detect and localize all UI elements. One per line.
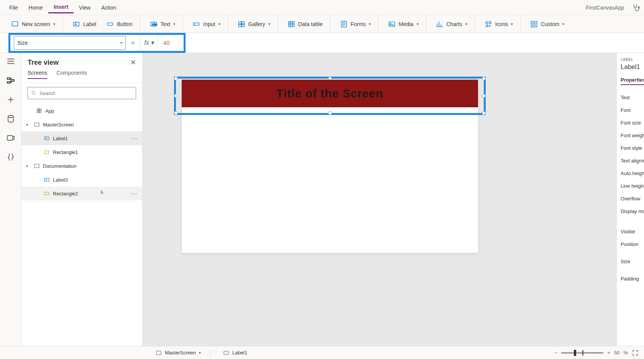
tab-components[interactable]: Components	[56, 70, 87, 79]
new-screen-button[interactable]: New screen ▾	[9, 19, 58, 30]
canvas-label-element[interactable]: Title of the Screen	[182, 80, 478, 107]
svg-rect-24	[37, 109, 39, 111]
property-dropdown[interactable]: Size ▾	[14, 36, 126, 50]
tree-node-label: Rectangle2	[53, 191, 78, 197]
insert-charts-button[interactable]: Charts ▾	[434, 19, 470, 30]
caret-down-icon[interactable]: ▾	[26, 123, 31, 127]
rail-tree-view-icon[interactable]	[6, 76, 15, 85]
rail-media-icon[interactable]	[6, 133, 15, 143]
fit-to-window-icon[interactable]	[632, 349, 639, 356]
property-element-name: Label1	[621, 63, 640, 71]
insert-gallery-button[interactable]: Gallery ▾	[235, 19, 273, 30]
menu-file[interactable]: File	[4, 2, 23, 13]
breadcrumb-screen[interactable]: MasterScreen ▾	[152, 350, 205, 356]
breadcrumb-element[interactable]: Label1	[219, 350, 251, 356]
tree-view-title: Tree view	[28, 59, 59, 67]
rectangle-icon	[44, 190, 50, 197]
svg-rect-32	[44, 178, 49, 181]
tree-node-label1[interactable]: Label1 ⋯	[21, 131, 142, 145]
resize-handle[interactable]	[482, 77, 486, 80]
insert-label-text: Label	[83, 21, 96, 27]
insert-custom-label: Custom	[541, 21, 559, 27]
breadcrumb-separator-icon: 〉	[209, 348, 215, 357]
insert-media-button[interactable]: Media ▾	[386, 19, 421, 30]
cursor-pointer-icon	[99, 190, 105, 196]
menu-insert[interactable]: Insert	[48, 2, 74, 13]
rail-tools-icon[interactable]	[6, 152, 15, 162]
tree-search-box[interactable]	[28, 87, 136, 99]
prop-padding[interactable]: Padding	[621, 272, 640, 285]
prop-auto-height[interactable]: Auto height	[621, 167, 640, 180]
caret-down-icon[interactable]: ▾	[26, 164, 31, 168]
prop-visible[interactable]: Visible	[621, 225, 640, 238]
insert-button-button[interactable]: Button	[104, 19, 135, 30]
insert-media-label: Media	[399, 21, 413, 27]
menu-action[interactable]: Action	[96, 2, 122, 13]
prop-line-height[interactable]: Line height	[621, 180, 640, 192]
rail-insert-icon[interactable]	[6, 95, 15, 104]
insert-icons-button[interactable]: Icons ▾	[482, 19, 515, 30]
insert-custom-button[interactable]: Custom ▾	[528, 19, 567, 30]
screen-artboard[interactable]: Title of the Screen	[182, 80, 478, 253]
label-icon	[72, 20, 80, 28]
prop-position[interactable]: Position	[621, 238, 640, 251]
tab-screens[interactable]: Screens	[28, 70, 47, 79]
svg-rect-35	[224, 351, 228, 354]
properties-tab[interactable]: Properties	[621, 77, 644, 85]
more-icon[interactable]: ⋯	[131, 135, 138, 142]
tree-node-masterscreen[interactable]: ▾ MasterScreen	[21, 118, 142, 131]
diagnostics-icon[interactable]	[632, 3, 640, 12]
svg-rect-26	[37, 111, 39, 113]
prop-size[interactable]: Size	[621, 255, 640, 268]
insert-data-table-button[interactable]: Data table	[285, 19, 325, 30]
tree-node-rectangle2[interactable]: Rectangle2 ⋯	[21, 187, 142, 200]
svg-point-21	[8, 115, 13, 118]
rail-hamburger-icon[interactable]	[6, 57, 15, 66]
tree-node-label: Label1	[53, 136, 68, 141]
tree-search-input[interactable]	[39, 90, 133, 96]
insert-text-button[interactable]: Abc Text ▾	[148, 19, 178, 30]
table-icon	[288, 20, 295, 28]
close-icon[interactable]: ✕	[130, 58, 136, 67]
zoom-out-button[interactable]: −	[555, 350, 558, 356]
more-icon[interactable]: ⋯	[131, 190, 138, 197]
resize-handle[interactable]	[174, 77, 178, 80]
svg-rect-1	[12, 21, 18, 26]
insert-icons-label: Icons	[495, 21, 508, 27]
svg-rect-18	[535, 21, 537, 23]
zoom-in-button[interactable]: +	[607, 350, 610, 356]
insert-forms-button[interactable]: Forms ▾	[338, 19, 373, 30]
menu-home[interactable]: Home	[23, 2, 48, 13]
resize-handle[interactable]	[328, 111, 332, 115]
rail-data-icon[interactable]	[6, 114, 15, 123]
search-icon	[31, 90, 36, 96]
prop-text[interactable]: Text	[621, 91, 640, 104]
resize-handle[interactable]	[482, 94, 486, 98]
charts-icon	[436, 20, 444, 28]
insert-ribbon: New screen ▾ Label Button Abc Text ▾ Inp…	[0, 15, 644, 33]
tree-node-app[interactable]: App	[21, 104, 142, 118]
prop-font[interactable]: Font	[621, 104, 640, 116]
tree-node-rectangle1[interactable]: Rectangle1	[21, 145, 142, 159]
chevron-down-icon: ▾	[417, 22, 419, 26]
zoom-percent: %	[623, 350, 628, 356]
prop-font-weight[interactable]: Font weight	[621, 129, 640, 142]
canvas-area[interactable]: Title of the Screen	[143, 53, 616, 346]
tree-node-label3[interactable]: Label3	[21, 173, 142, 187]
insert-label-button[interactable]: Label	[70, 19, 99, 30]
tree-node-documentation[interactable]: ▾ Documentation	[21, 159, 142, 173]
menu-view[interactable]: View	[74, 2, 96, 13]
resize-handle[interactable]	[174, 111, 178, 115]
formula-input[interactable]: 40	[158, 39, 175, 46]
zoom-slider[interactable]	[561, 352, 603, 354]
fx-button[interactable]: fx ▾	[140, 36, 158, 50]
prop-overflow[interactable]: Overflow	[621, 192, 640, 205]
insert-input-button[interactable]: Input ▾	[190, 19, 222, 30]
chevron-down-icon: ▾	[268, 22, 270, 26]
resize-handle[interactable]	[174, 94, 178, 98]
prop-text-alignment[interactable]: Text alignment	[621, 154, 640, 167]
prop-font-size[interactable]: Font size	[621, 116, 640, 129]
prop-font-style[interactable]: Font style	[621, 142, 640, 154]
prop-display-mode[interactable]: Display mode	[621, 205, 640, 218]
resize-handle[interactable]	[482, 111, 486, 115]
